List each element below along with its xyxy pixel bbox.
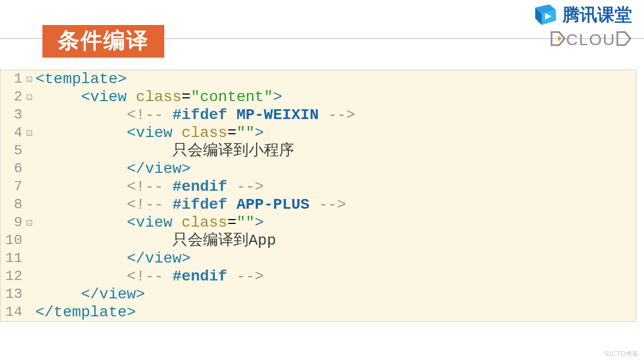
fold-gutter [26, 249, 33, 267]
line-number: 6 [1, 160, 26, 178]
fold-toggle-icon[interactable] [26, 70, 33, 88]
code-line: 11 </view> [1, 249, 636, 267]
fold-gutter [26, 142, 33, 160]
code-content: <!-- #ifdef MP-WEIXIN --> [33, 106, 355, 124]
dcloud-end-icon [616, 30, 632, 49]
svg-marker-6 [617, 32, 630, 45]
page-title-badge: 条件编译 [42, 25, 164, 58]
line-number: 4 [1, 124, 26, 142]
line-number: 8 [1, 196, 26, 214]
code-line: 13 </view> [1, 285, 636, 303]
fold-gutter [26, 160, 33, 178]
line-number: 1 [1, 70, 26, 88]
fold-gutter [26, 232, 33, 249]
line-number: 11 [1, 249, 26, 267]
code-line: 4 <view class=""> [1, 124, 636, 142]
code-content: <view class="content"> [33, 88, 282, 106]
code-line: 10 只会编译到App [1, 232, 636, 249]
code-content: <template> [33, 70, 127, 88]
code-line: 8 <!-- #ifdef APP-PLUS --> [1, 196, 636, 214]
code-line: 3 <!-- #ifdef MP-WEIXIN --> [1, 106, 636, 124]
code-line: 14</template> [1, 303, 636, 321]
line-number: 10 [1, 232, 26, 249]
fold-gutter [26, 267, 33, 285]
code-line: 5 只会编译到小程序 [1, 142, 636, 160]
code-content: 只会编译到小程序 [33, 142, 294, 160]
code-content: </view> [33, 249, 191, 267]
code-line: 7 <!-- #endif --> [1, 178, 636, 196]
code-line: 1<template> [1, 70, 636, 88]
tencent-classroom-logo: 腾讯课堂 [529, 3, 632, 27]
fold-gutter [26, 178, 33, 196]
code-content: <!-- #endif --> [33, 267, 264, 285]
fold-gutter [26, 196, 33, 214]
code-content: 只会编译到App [33, 232, 276, 249]
fold-toggle-icon[interactable] [26, 88, 33, 106]
line-number: 14 [1, 303, 26, 321]
code-content: <!-- #endif --> [33, 178, 264, 196]
fold-toggle-icon[interactable] [26, 124, 33, 142]
line-number: 13 [1, 285, 26, 303]
page-title: 条件编译 [58, 28, 149, 52]
code-content: </view> [33, 160, 191, 178]
play-cube-icon [529, 4, 558, 26]
line-number: 9 [1, 214, 26, 232]
dcloud-logo: CLOU [550, 30, 632, 49]
dcloud-d-icon [550, 30, 566, 49]
line-number: 5 [1, 142, 26, 160]
fold-gutter [26, 106, 33, 124]
code-line: 6 </view> [1, 160, 636, 178]
fold-toggle-icon[interactable] [26, 214, 33, 232]
code-line: 12 <!-- #endif --> [1, 267, 636, 285]
code-content: <view class=""> [33, 214, 264, 232]
code-content: </template> [33, 303, 136, 321]
tencent-classroom-label: 腾讯课堂 [562, 3, 632, 27]
line-number: 3 [1, 106, 26, 124]
brand-area: 腾讯课堂 CLOU [529, 3, 632, 49]
fold-gutter [26, 285, 33, 303]
dcloud-text: CLOU [566, 30, 616, 49]
code-content: <!-- #ifdef APP-PLUS --> [33, 196, 346, 214]
line-number: 7 [1, 178, 26, 196]
line-number: 2 [1, 88, 26, 106]
fold-gutter [26, 303, 33, 321]
code-editor: 1<template>2 <view class="content">3 <!-… [0, 70, 636, 322]
svg-marker-5 [558, 36, 562, 41]
code-content: <view class=""> [33, 124, 264, 142]
line-number: 12 [1, 267, 26, 285]
code-line: 2 <view class="content"> [1, 88, 636, 106]
watermark: 51CTO博客 [605, 349, 639, 359]
code-content: </view> [33, 285, 145, 303]
code-line: 9 <view class=""> [1, 214, 636, 232]
